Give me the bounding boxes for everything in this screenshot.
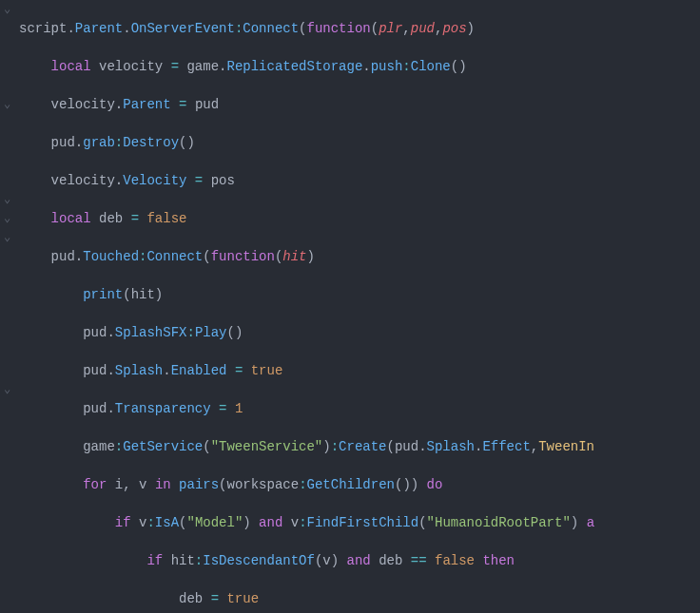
fold-marker[interactable]: ⌄ bbox=[4, 214, 13, 223]
code-line[interactable]: game:GetService("TweenService"):Create(p… bbox=[19, 437, 700, 456]
code-line[interactable]: local deb = false bbox=[19, 209, 700, 228]
code-line[interactable]: for i, v in pairs(workspace:GetChildren(… bbox=[19, 475, 700, 494]
code-line[interactable]: pud.Transparency = 1 bbox=[19, 399, 700, 418]
fold-marker[interactable]: ⌄ bbox=[4, 233, 13, 242]
code-line[interactable]: pud.grab:Destroy() bbox=[19, 133, 700, 152]
code-line[interactable]: velocity.Parent = pud bbox=[19, 95, 700, 114]
code-editor[interactable]: ⌄ ⌄ ⌄ ⌄ ⌄ ⌄ script.Parent.OnServerEvent:… bbox=[0, 0, 700, 613]
code-line[interactable]: local velocity = game.ReplicatedStorage.… bbox=[19, 57, 700, 76]
code-line[interactable]: if v:IsA("Model") and v:FindFirstChild("… bbox=[19, 513, 700, 532]
fold-gutter: ⌄ ⌄ ⌄ ⌄ ⌄ ⌄ bbox=[0, 0, 17, 613]
code-line[interactable]: print(hit) bbox=[19, 285, 700, 304]
code-line[interactable]: deb = true bbox=[19, 589, 700, 608]
fold-marker[interactable]: ⌄ bbox=[4, 100, 13, 109]
fold-marker[interactable]: ⌄ bbox=[4, 5, 13, 14]
code-line[interactable]: velocity.Velocity = pos bbox=[19, 171, 700, 190]
code-area[interactable]: script.Parent.OnServerEvent:Connect(func… bbox=[17, 0, 700, 613]
code-line[interactable]: script.Parent.OnServerEvent:Connect(func… bbox=[19, 19, 700, 38]
code-line[interactable]: pud.Splash.Enabled = true bbox=[19, 361, 700, 380]
code-line[interactable]: if hit:IsDescendantOf(v) and deb == fals… bbox=[19, 551, 700, 570]
fold-marker[interactable]: ⌄ bbox=[4, 385, 13, 394]
code-line[interactable]: pud.Touched:Connect(function(hit) bbox=[19, 247, 700, 266]
code-line[interactable]: pud.SplashSFX:Play() bbox=[19, 323, 700, 342]
fold-marker[interactable]: ⌄ bbox=[4, 195, 13, 204]
